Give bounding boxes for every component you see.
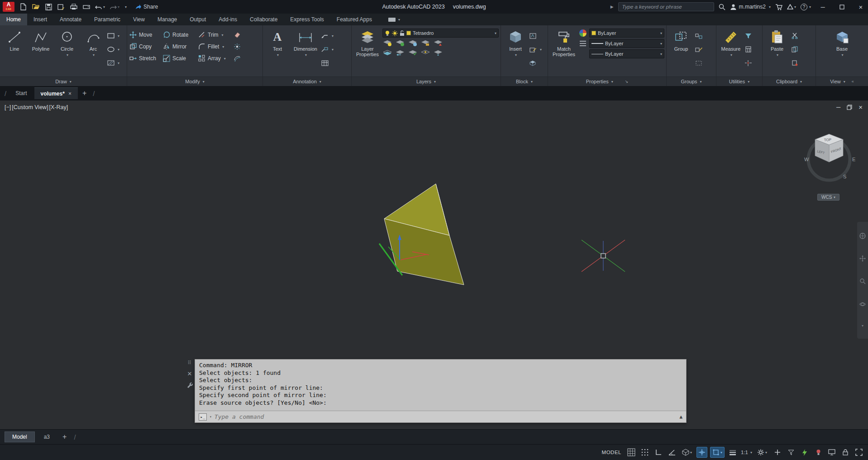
block-panel-label[interactable]: Block▾: [501, 77, 548, 86]
annotation-scale-button[interactable]: 1:1▾: [741, 450, 752, 455]
publish-icon[interactable]: [82, 3, 91, 11]
annotation-panel-label[interactable]: Annotation▾: [263, 77, 351, 86]
lineweight-display-toggle[interactable]: [727, 447, 738, 458]
drawing-minimize-icon[interactable]: ─: [836, 104, 840, 110]
annotation-add-scales-button[interactable]: [772, 447, 783, 458]
stretch-button[interactable]: Stretch: [129, 53, 161, 64]
layer-unlock-icon[interactable]: [400, 30, 405, 36]
hatch-button[interactable]: ▾: [107, 58, 119, 68]
layer-state-icon[interactable]: [408, 48, 418, 57]
table-button[interactable]: [321, 58, 334, 68]
orbit-icon[interactable]: [859, 301, 866, 307]
share-button[interactable]: Share: [135, 4, 158, 10]
workspace-switching-button[interactable]: ▾: [755, 447, 769, 458]
new-layout-button[interactable]: +: [59, 433, 70, 441]
wcs-menu[interactable]: WCS▾: [817, 194, 839, 201]
polyline-button[interactable]: Polyline: [28, 27, 53, 77]
ortho-toggle[interactable]: [653, 447, 664, 458]
copy-clip-button[interactable]: [791, 44, 798, 55]
trim-button[interactable]: Trim▾: [198, 29, 231, 40]
search-input[interactable]: [618, 2, 714, 11]
polar-tracking-toggle[interactable]: [667, 447, 677, 458]
redo-button[interactable]: ▾: [110, 4, 119, 10]
zoom-icon[interactable]: [859, 278, 866, 284]
layers-panel-label[interactable]: Layers▾: [352, 77, 501, 86]
graphics-performance-toggle[interactable]: [799, 447, 810, 458]
modify-panel-label[interactable]: Modify▾: [127, 77, 262, 86]
mirror-button[interactable]: Mirror: [162, 41, 196, 52]
layer-off-icon[interactable]: [382, 39, 392, 47]
command-window-grip[interactable]: ⠿ ✕: [185, 359, 195, 423]
rotate-button[interactable]: Rotate: [162, 29, 196, 40]
dimension-button[interactable]: Dimension▾: [291, 27, 320, 77]
fillet-button[interactable]: Fillet▾: [198, 41, 231, 52]
base-button[interactable]: Base▾: [830, 27, 855, 77]
rectangle-button[interactable]: ▾: [107, 30, 119, 41]
clean-screen-button[interactable]: [854, 447, 864, 458]
ribbon-display-toggle[interactable]: ▾: [385, 14, 404, 25]
copy-button[interactable]: Copy: [129, 41, 161, 52]
viewcube[interactable]: W S E TOP FRONT LEFT: [803, 116, 857, 188]
cut-button[interactable]: [791, 30, 798, 41]
search-icon[interactable]: [719, 4, 725, 10]
layout-tab-model[interactable]: Model: [5, 431, 35, 442]
make-current-icon[interactable]: [433, 39, 443, 47]
properties-dialog-launcher-icon[interactable]: ↘: [625, 79, 629, 84]
command-window[interactable]: ⠿ ✕ Command: MIRROR Select objects: 1 fo…: [185, 359, 687, 423]
layer-isolate-icon[interactable]: [395, 39, 405, 47]
help-button[interactable]: ?▾: [801, 4, 811, 10]
scale-button[interactable]: Scale: [162, 53, 196, 64]
lock-ui-button[interactable]: [840, 447, 851, 458]
isodraft-toggle[interactable]: ▾: [680, 447, 694, 458]
ungroup-button[interactable]: [695, 30, 702, 41]
measure-button[interactable]: Measure▾: [718, 27, 744, 77]
command-input-caret-icon[interactable]: ▾: [210, 415, 212, 419]
linetype-dropdown[interactable]: ByLayer▾: [589, 49, 664, 58]
layer-on-icon[interactable]: [385, 30, 390, 36]
leader-button[interactable]: ▾: [321, 30, 334, 41]
command-close-icon[interactable]: ✕: [187, 370, 192, 377]
draw-panel-label[interactable]: Draw▾: [0, 77, 127, 86]
view-name-button[interactable]: [Custom View]: [12, 104, 48, 110]
command-input[interactable]: ▸_ ▾ Type a command ▲: [195, 411, 686, 422]
minimize-button[interactable]: ─: [816, 0, 830, 14]
layer-dropdown[interactable]: Tetraedro ▾: [382, 29, 499, 38]
quick-calc-button[interactable]: [744, 44, 752, 55]
navigation-bar[interactable]: ▾: [857, 222, 868, 339]
close-button[interactable]: ×: [854, 0, 868, 14]
close-tab-icon[interactable]: ×: [68, 91, 72, 97]
layer-dropdown-caret-icon[interactable]: ▾: [495, 31, 496, 35]
tab-manage[interactable]: Manage: [151, 14, 183, 25]
layer-walk-icon[interactable]: [420, 48, 430, 57]
selection-filter-button[interactable]: [786, 447, 796, 458]
drawing-restore-icon[interactable]: [847, 105, 852, 110]
line-button[interactable]: Line: [2, 27, 27, 77]
clipboard-panel-label[interactable]: Clipboard▾: [763, 77, 816, 86]
tab-insert[interactable]: Insert: [27, 14, 53, 25]
ribbon-overflow-icon[interactable]: «: [852, 79, 854, 84]
copy-base-button[interactable]: [791, 58, 798, 68]
tab-collaborate[interactable]: Collaborate: [243, 14, 284, 25]
new-file-icon[interactable]: [19, 3, 27, 11]
save-icon[interactable]: [44, 3, 52, 11]
ellipse-button[interactable]: ▾: [107, 44, 119, 55]
explode-button[interactable]: [233, 41, 247, 52]
file-tab-volumes[interactable]: volumes*×: [34, 87, 78, 99]
steering-wheel-icon[interactable]: [859, 233, 866, 239]
lineweight-dropdown[interactable]: ByLayer▾: [589, 39, 664, 48]
maximize-button[interactable]: [835, 0, 849, 14]
tab-output[interactable]: Output: [183, 14, 212, 25]
list-icon[interactable]: [579, 40, 587, 47]
view-panel-label[interactable]: View▾«: [816, 77, 868, 86]
layer-merge-icon[interactable]: [433, 48, 443, 57]
model-space-toggle[interactable]: MODEL: [602, 450, 621, 455]
block-editor-button[interactable]: [529, 58, 542, 68]
new-drawing-button[interactable]: +: [79, 89, 90, 97]
erase-button[interactable]: [233, 29, 247, 40]
open-file-icon[interactable]: [32, 3, 40, 11]
undo-button[interactable]: ▾: [95, 4, 105, 10]
tab-featured-apps[interactable]: Featured Apps: [330, 14, 378, 25]
multileader-button[interactable]: ▾: [321, 44, 334, 55]
groups-panel-label[interactable]: Groups▾: [667, 77, 716, 86]
layer-properties-button[interactable]: Layer Properties: [353, 27, 382, 77]
